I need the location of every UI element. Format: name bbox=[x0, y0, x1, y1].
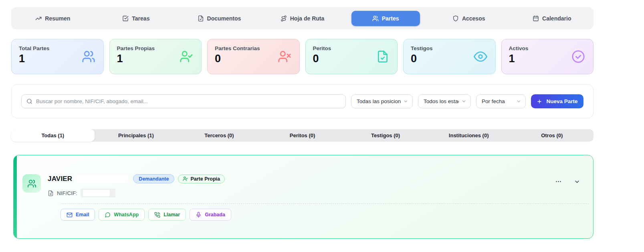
stat-card-testigos: Testigos 0 bbox=[403, 39, 496, 74]
tab-label: Accesos bbox=[462, 15, 485, 22]
category-tab-peritos[interactable]: Peritos (0) bbox=[261, 129, 344, 142]
status-filter-select[interactable]: Todos los estac bbox=[418, 94, 471, 108]
chat-bubble-icon bbox=[105, 212, 111, 218]
type-badge-label: Parte Propia bbox=[190, 176, 220, 182]
select-value: Todas las posicion bbox=[357, 98, 401, 104]
party-card: JAVIER Demandante Parte Propia NIF/CIF: bbox=[13, 155, 594, 239]
card-divider bbox=[61, 203, 589, 204]
search-filter-card: Todas las posicion Todos los estac Por f… bbox=[11, 84, 594, 118]
party-avatar bbox=[22, 174, 41, 193]
select-value: Todos los estac bbox=[424, 98, 459, 104]
recorded-button[interactable]: Grabada bbox=[190, 209, 231, 221]
tab-label: Resumen bbox=[45, 15, 70, 22]
eye-icon bbox=[474, 50, 487, 63]
user-check-icon bbox=[180, 50, 193, 63]
name-redaction-box bbox=[77, 175, 128, 183]
tab-documentos[interactable]: Documentos bbox=[178, 7, 261, 29]
partes-page: Resumen Tareas Documentos Hoja de Ruta bbox=[11, 0, 594, 239]
whatsapp-button[interactable]: WhatsApp bbox=[99, 209, 145, 221]
chevron-down-icon bbox=[461, 99, 466, 104]
chevron-down-icon bbox=[403, 99, 408, 104]
email-label: Email bbox=[76, 212, 89, 217]
users-icon bbox=[27, 179, 36, 188]
category-tab-instituciones[interactable]: Instituciones (0) bbox=[427, 129, 511, 142]
category-tab-terceros[interactable]: Terceros (0) bbox=[178, 129, 261, 142]
stats-row: Total Partes 1 Partes Propias 1 Partes C… bbox=[11, 39, 594, 74]
sort-filter-select[interactable]: Por fecha bbox=[476, 94, 526, 108]
tab-accesos[interactable]: Accesos bbox=[427, 7, 511, 29]
plus-icon bbox=[537, 99, 542, 104]
chevron-down-icon bbox=[574, 179, 580, 185]
category-tab-bar: Todas (1) Principales (1) Terceros (0) P… bbox=[11, 129, 594, 142]
category-tab-otros[interactable]: Otros (0) bbox=[510, 129, 594, 142]
party-name: JAVIER bbox=[48, 175, 72, 183]
stat-card-activos: Activos 1 bbox=[501, 39, 594, 74]
user-x-icon bbox=[278, 50, 291, 63]
section-tab-bar: Resumen Tareas Documentos Hoja de Ruta bbox=[11, 7, 594, 29]
tab-label: Hoja de Ruta bbox=[290, 15, 325, 22]
whatsapp-label: WhatsApp bbox=[114, 212, 139, 217]
nif-redaction-box bbox=[83, 190, 110, 196]
nif-label: NIF/CIF: bbox=[57, 190, 77, 196]
file-icon bbox=[48, 190, 54, 196]
tab-hoja-de-ruta[interactable]: Hoja de Ruta bbox=[261, 7, 344, 29]
route-icon bbox=[281, 15, 287, 22]
user-check-icon bbox=[183, 176, 188, 181]
new-parte-label: Nueva Parte bbox=[546, 98, 577, 104]
call-label: Llamar bbox=[164, 212, 180, 217]
tab-label: Partes bbox=[382, 15, 399, 22]
nif-value-pill bbox=[81, 189, 115, 197]
party-actions: Email WhatsApp Llamar Grabada bbox=[61, 209, 581, 221]
new-parte-button[interactable]: Nueva Parte bbox=[531, 94, 583, 108]
stat-card-partes-propias: Partes Propias 1 bbox=[109, 39, 202, 74]
tab-tareas[interactable]: Tareas bbox=[95, 7, 178, 29]
role-badge: Demandante bbox=[133, 174, 174, 183]
more-horizontal-icon bbox=[555, 178, 562, 185]
users-icon bbox=[82, 50, 95, 63]
users-icon bbox=[372, 15, 379, 22]
mail-icon bbox=[67, 212, 73, 218]
category-tab-principales[interactable]: Principales (1) bbox=[95, 129, 178, 142]
party-accent-bar bbox=[14, 155, 17, 238]
microphone-icon bbox=[196, 212, 202, 218]
recorded-label: Grabada bbox=[205, 212, 225, 217]
stat-card-peritos: Peritos 0 bbox=[305, 39, 398, 74]
tab-partes[interactable]: Partes bbox=[344, 7, 427, 29]
check-square-icon bbox=[122, 15, 129, 22]
check-circle-icon bbox=[571, 50, 585, 63]
tab-label: Calendario bbox=[542, 15, 571, 22]
type-badge: Parte Propia bbox=[178, 175, 225, 183]
stat-card-partes-contrarias: Partes Contrarias 0 bbox=[207, 39, 300, 74]
tab-calendario[interactable]: Calendario bbox=[510, 7, 594, 29]
call-button[interactable]: Llamar bbox=[148, 209, 186, 221]
category-tab-todas[interactable]: Todas (1) bbox=[11, 129, 95, 142]
search-box[interactable] bbox=[21, 94, 346, 108]
file-check-icon bbox=[376, 50, 389, 63]
expand-party-button[interactable] bbox=[573, 178, 581, 186]
shield-icon bbox=[452, 15, 459, 22]
category-tab-testigos[interactable]: Testigos (0) bbox=[344, 129, 427, 142]
tab-label: Documentos bbox=[207, 15, 241, 22]
phone-call-icon bbox=[154, 212, 160, 218]
stat-card-total-partes: Total Partes 1 bbox=[11, 39, 104, 74]
trending-up-icon bbox=[35, 15, 42, 22]
tab-resumen[interactable]: Resumen bbox=[11, 7, 95, 29]
chevron-down-icon bbox=[516, 99, 521, 104]
document-icon bbox=[198, 15, 204, 22]
email-button[interactable]: Email bbox=[61, 209, 95, 221]
search-icon bbox=[26, 98, 32, 104]
select-value: Por fecha bbox=[482, 98, 505, 104]
more-options-button[interactable] bbox=[554, 177, 563, 186]
search-input[interactable] bbox=[36, 98, 341, 104]
position-filter-select[interactable]: Todas las posicion bbox=[351, 94, 413, 108]
calendar-icon bbox=[533, 15, 539, 22]
tab-label: Tareas bbox=[132, 15, 149, 22]
